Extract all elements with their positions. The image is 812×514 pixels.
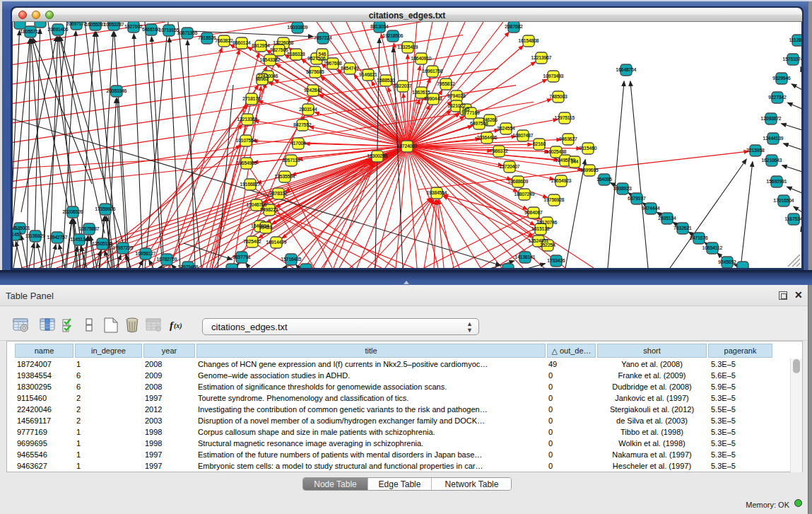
svg-text:16914479: 16914479 bbox=[266, 240, 287, 245]
svg-text:1527602: 1527602 bbox=[124, 24, 143, 29]
svg-text:3267110: 3267110 bbox=[283, 158, 300, 163]
svg-text:3624554: 3624554 bbox=[497, 126, 515, 131]
svg-text:16640910: 16640910 bbox=[411, 56, 432, 61]
svg-text:11156829: 11156829 bbox=[25, 233, 45, 238]
svg-text:6466160: 6466160 bbox=[142, 27, 160, 32]
svg-text:7632621: 7632621 bbox=[673, 226, 692, 230]
svg-text:16961758: 16961758 bbox=[423, 69, 443, 74]
svg-text:12505135: 12505135 bbox=[93, 241, 113, 246]
svg-text:9146821: 9146821 bbox=[359, 72, 377, 77]
svg-text:8427552: 8427552 bbox=[293, 122, 312, 127]
svg-text:15716485: 15716485 bbox=[281, 257, 302, 262]
svg-text:6879197: 6879197 bbox=[628, 196, 646, 201]
svg-text:10107554: 10107554 bbox=[236, 138, 257, 143]
svg-text:99489: 99489 bbox=[259, 225, 272, 230]
svg-text:7515526: 7515526 bbox=[198, 35, 216, 40]
svg-text:17359926: 17359926 bbox=[95, 206, 116, 211]
svg-text:5498222: 5498222 bbox=[260, 207, 278, 212]
svg-text:2087682: 2087682 bbox=[505, 24, 523, 29]
svg-text:3878332: 3878332 bbox=[269, 191, 288, 196]
svg-text:19654923: 19654923 bbox=[551, 178, 572, 183]
svg-text:6794028: 6794028 bbox=[447, 93, 466, 98]
svg-text:8990448: 8990448 bbox=[424, 96, 442, 101]
svg-text:98962: 98962 bbox=[256, 76, 269, 81]
svg-text:164095: 164095 bbox=[596, 177, 612, 182]
svg-text:8813054: 8813054 bbox=[370, 24, 389, 29]
svg-text:1112845: 1112845 bbox=[789, 37, 801, 42]
svg-text:12213369: 12213369 bbox=[237, 117, 258, 122]
svg-text:16033809: 16033809 bbox=[288, 25, 308, 30]
svg-text:15720407: 15720407 bbox=[500, 164, 520, 169]
svg-text:(x): (x) bbox=[174, 322, 182, 330]
svg-text:9657791: 9657791 bbox=[233, 255, 251, 259]
svg-text:12444139: 12444139 bbox=[763, 136, 784, 141]
svg-text:19654985: 19654985 bbox=[237, 160, 257, 165]
svg-text:1362615: 1362615 bbox=[412, 90, 430, 95]
svg-text:17046786: 17046786 bbox=[247, 202, 267, 207]
svg-text:9474444: 9474444 bbox=[642, 206, 660, 211]
svg-text:10975887: 10975887 bbox=[79, 226, 100, 231]
svg-text:13325419: 13325419 bbox=[398, 45, 418, 49]
svg-text:15751074: 15751074 bbox=[783, 57, 801, 62]
svg-text:12213967: 12213967 bbox=[531, 55, 552, 60]
svg-text:19166827: 19166827 bbox=[240, 182, 261, 187]
svg-text:19218506: 19218506 bbox=[383, 33, 404, 38]
svg-text:19756928: 19756928 bbox=[544, 197, 565, 202]
svg-text:8454749: 8454749 bbox=[341, 66, 359, 71]
svg-text:9245652: 9245652 bbox=[718, 259, 736, 264]
svg-text:2803144: 2803144 bbox=[299, 107, 317, 112]
svg-text:14136141: 14136141 bbox=[515, 255, 536, 259]
svg-text:991457: 991457 bbox=[13, 232, 22, 237]
svg-text:14535001: 14535001 bbox=[13, 226, 30, 230]
svg-text:16782759: 16782759 bbox=[157, 257, 177, 262]
svg-text:9527506: 9527506 bbox=[307, 56, 326, 61]
svg-text:9463627: 9463627 bbox=[559, 136, 577, 141]
svg-text:8912954: 8912954 bbox=[252, 43, 270, 48]
svg-text:17016504: 17016504 bbox=[774, 198, 794, 203]
svg-text:17957225: 17957225 bbox=[113, 245, 134, 250]
svg-text:8938923: 8938923 bbox=[613, 186, 632, 191]
svg-text:7986372: 7986372 bbox=[490, 148, 508, 153]
svg-text:417004: 417004 bbox=[290, 141, 306, 146]
svg-text:9827506: 9827506 bbox=[270, 47, 288, 52]
svg-text:2967608: 2967608 bbox=[324, 61, 342, 66]
svg-text:7485003: 7485003 bbox=[549, 94, 567, 99]
svg-text:8660124: 8660124 bbox=[233, 40, 251, 45]
svg-text:13226058: 13226058 bbox=[273, 40, 294, 45]
svg-text:1167534: 1167534 bbox=[785, 216, 801, 221]
svg-text:7663822: 7663822 bbox=[215, 38, 233, 43]
svg-text:10688609: 10688609 bbox=[508, 179, 529, 184]
svg-text:9777169: 9777169 bbox=[461, 110, 480, 115]
svg-text:9227342: 9227342 bbox=[768, 95, 787, 100]
svg-text:7625402: 7625402 bbox=[243, 239, 261, 244]
svg-text:62160: 62160 bbox=[533, 141, 546, 146]
svg-text:10973493: 10973493 bbox=[543, 74, 564, 78]
svg-text:9329946: 9329946 bbox=[772, 76, 791, 81]
svg-text:16120746: 16120746 bbox=[537, 220, 558, 225]
svg-text:20053346: 20053346 bbox=[107, 88, 127, 93]
svg-text:5322037: 5322037 bbox=[394, 83, 412, 88]
svg-text:746266: 746266 bbox=[482, 117, 498, 122]
svg-text:20691406: 20691406 bbox=[48, 27, 69, 32]
svg-text:13535594: 13535594 bbox=[275, 174, 295, 179]
svg-text:3215958: 3215958 bbox=[746, 148, 765, 153]
svg-text:9699695: 9699695 bbox=[580, 168, 599, 173]
svg-text:20364436: 20364436 bbox=[477, 135, 498, 140]
svg-text:7955812: 7955812 bbox=[437, 81, 455, 86]
svg-text:9242848: 9242848 bbox=[304, 88, 322, 93]
svg-text:1733426: 1733426 bbox=[547, 258, 565, 263]
svg-text:8186328: 8186328 bbox=[287, 52, 305, 57]
svg-text:10671355: 10671355 bbox=[177, 30, 198, 35]
svg-text:344: 344 bbox=[571, 159, 579, 164]
svg-text:1588520: 1588520 bbox=[377, 78, 395, 83]
svg-text:5875685: 5875685 bbox=[306, 69, 324, 74]
svg-text:15692991: 15692991 bbox=[767, 179, 787, 184]
svg-text:20206526: 20206526 bbox=[63, 209, 83, 214]
svg-text:18300295: 18300295 bbox=[367, 153, 388, 158]
svg-text:9084067: 9084067 bbox=[524, 210, 543, 215]
svg-text:20697172: 20697172 bbox=[66, 22, 87, 26]
svg-text:9115460: 9115460 bbox=[579, 146, 597, 151]
svg-text:546: 546 bbox=[319, 52, 326, 57]
svg-text:2718176: 2718176 bbox=[242, 96, 261, 101]
svg-text:8471676: 8471676 bbox=[690, 235, 708, 240]
